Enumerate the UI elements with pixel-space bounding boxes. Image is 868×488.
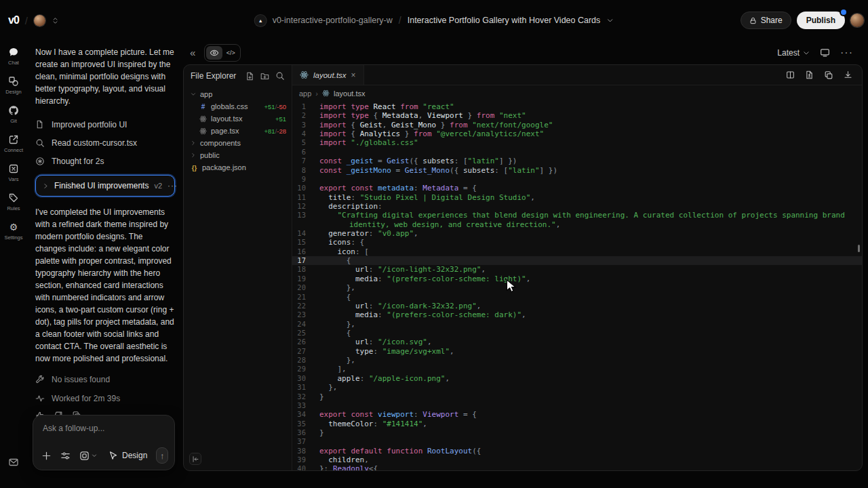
chevron-down-icon[interactable] [606, 17, 613, 24]
followup-input[interactable]: Ask a follow-up... [43, 424, 166, 433]
close-icon[interactable]: × [351, 70, 356, 80]
line-number: 1 [292, 102, 313, 111]
code-lines: 1import type React from "react"2import t… [292, 101, 862, 470]
switcher-chevrons-icon[interactable] [52, 16, 59, 25]
file-diff-icon[interactable] [805, 70, 814, 79]
breadcrumb: ▲ v0-interactive-portfolio-gallery-w / I… [255, 0, 614, 41]
pulse-icon [35, 394, 45, 403]
rail-item-vars[interactable]: Vars [8, 163, 20, 182]
chat-bubble-icon [8, 46, 20, 58]
code-line-11: 11 title: "Studio Pixel | Digital Design… [292, 193, 862, 202]
line-content: url: "/icon-dark-32x32.png", [313, 302, 862, 310]
code-line-38: 38export default function RootLayout({ [292, 447, 862, 455]
line-number: 15 [292, 238, 313, 247]
code-toggle[interactable]: </> [222, 46, 239, 60]
download-icon[interactable] [844, 70, 852, 79]
code-line-39: 39 children, [292, 455, 862, 464]
tree-item-name: page.tsx [211, 127, 239, 135]
tree-file-page-tsx[interactable]: page.tsx+81/-28 [184, 125, 292, 137]
line-content: type: "image/svg+xml", [313, 347, 862, 356]
chevron-right-icon [191, 140, 196, 146]
tree-folder-app[interactable]: app [184, 88, 292, 100]
line-content: import { Geist, Geist_Mono } from "next/… [313, 121, 862, 129]
rail-item-label: Design [5, 89, 21, 95]
code-panel: File Explorer app#globals.css+51/-50layo… [183, 64, 863, 471]
line-content: generator: "v0.app", [313, 229, 862, 238]
new-file-icon[interactable] [245, 72, 254, 81]
tree-folder-components[interactable]: components [184, 137, 292, 149]
search-icon[interactable] [275, 71, 285, 81]
frame-select[interactable] [79, 451, 97, 461]
rail-item-connect[interactable]: Connect [4, 134, 23, 153]
monitor-icon[interactable] [820, 47, 830, 58]
line-number: 27 [292, 347, 313, 356]
new-folder-icon[interactable] [260, 72, 269, 81]
tab-layout-tsx[interactable]: layout.tsx × [292, 65, 364, 85]
task-card[interactable]: Finished UI improvements v2 ··· [35, 175, 175, 197]
scrollbar-thumb[interactable] [858, 245, 860, 252]
line-number: 24 [292, 320, 313, 329]
v0-logo[interactable]: v0 [8, 14, 19, 26]
code-line-9: 9 [292, 175, 862, 184]
line-content: url: "/icon-light-32x32.png", [313, 265, 862, 274]
design-mode-chip[interactable]: Design [108, 451, 147, 460]
tree-file-layout-tsx[interactable]: layout.tsx+51 [184, 113, 292, 125]
github-icon [8, 104, 20, 116]
rail-item-chat[interactable]: Chat [8, 46, 20, 66]
react-atom-icon [300, 70, 309, 79]
send-button[interactable]: ↑ [156, 447, 168, 464]
tree-item-name: public [200, 151, 220, 159]
header-actions: Share Publish [741, 0, 864, 41]
project-name[interactable]: v0-interactive-portfolio-gallery-w [273, 16, 393, 25]
chat-title[interactable]: Interactive Portfolio Gallery with Hover… [408, 16, 601, 25]
team-avatar[interactable] [34, 15, 45, 26]
vercel-triangle-icon[interactable]: ▲ [255, 15, 267, 26]
editor-tabbar: layout.tsx × [292, 65, 862, 85]
line-content: url: "/icon.svg", [313, 338, 862, 346]
more-icon[interactable]: ··· [840, 47, 853, 59]
chat-step-improved-portfolio-ui[interactable]: Improved portfolio UI [35, 115, 175, 134]
rail-item-settings[interactable]: ⚙Settings [4, 221, 22, 241]
chat-panel: Now I have a complete picture. Let me cr… [27, 41, 182, 488]
line-number: 12 [292, 202, 313, 211]
breadcrumb-slash: / [399, 15, 401, 26]
chevron-right-icon[interactable] [43, 183, 49, 189]
chat-step-read-custom-cursor-tsx[interactable]: Read custom-cursor.tsx [35, 134, 175, 152]
line-content: themeColor: "#141414", [313, 420, 862, 428]
code-line-8: 8const _geistMono = Geist_Mono({ subsets… [292, 166, 862, 175]
line-number: 17 [292, 256, 313, 265]
preview-toggle[interactable] [206, 46, 222, 60]
code-area[interactable]: 1import type React from "react"2import t… [292, 101, 862, 470]
tree-file-package-json[interactable]: {}package.json [184, 161, 292, 174]
user-avatar[interactable] [850, 14, 864, 27]
more-icon[interactable]: ··· [167, 181, 178, 190]
line-content: icon: [ [313, 247, 862, 256]
version-dropdown[interactable]: Latest [777, 48, 810, 58]
rail-item-git[interactable]: Git [8, 104, 20, 124]
share-button[interactable]: Share [741, 12, 791, 29]
sliders-icon[interactable] [60, 451, 71, 461]
workspace-toolbar: « </> Latest ··· [183, 41, 863, 64]
line-number: 35 [292, 420, 313, 428]
code-line-37: 37 [292, 437, 862, 446]
rail-item-design[interactable]: Design [5, 75, 21, 95]
code-line-32: 32} [292, 392, 862, 401]
attach-plus-icon[interactable] [41, 451, 52, 461]
collapse-explorer-icon[interactable] [189, 453, 201, 465]
line-number: 8 [292, 166, 313, 175]
tree-folder-public[interactable]: public [184, 149, 292, 161]
frame-icon [79, 451, 90, 461]
collapse-panel-icon[interactable]: « [190, 47, 195, 58]
copy-icon[interactable] [824, 70, 833, 80]
chat-step-thought-for-2s[interactable]: Thought for 2s [35, 152, 175, 170]
split-view-icon[interactable] [786, 70, 795, 79]
mail-icon[interactable] [8, 457, 19, 468]
tree-file-globals-css[interactable]: #globals.css+51/-50 [184, 100, 292, 113]
code-line-14: 14 generator: "v0.app", [292, 229, 862, 238]
notification-dot [841, 9, 846, 15]
publish-button[interactable]: Publish [797, 12, 845, 29]
line-content: ], [313, 365, 862, 373]
rail-item-rules[interactable]: Rules [7, 192, 20, 211]
rail-item-label: Settings [4, 235, 22, 241]
line-number: 34 [292, 410, 313, 419]
